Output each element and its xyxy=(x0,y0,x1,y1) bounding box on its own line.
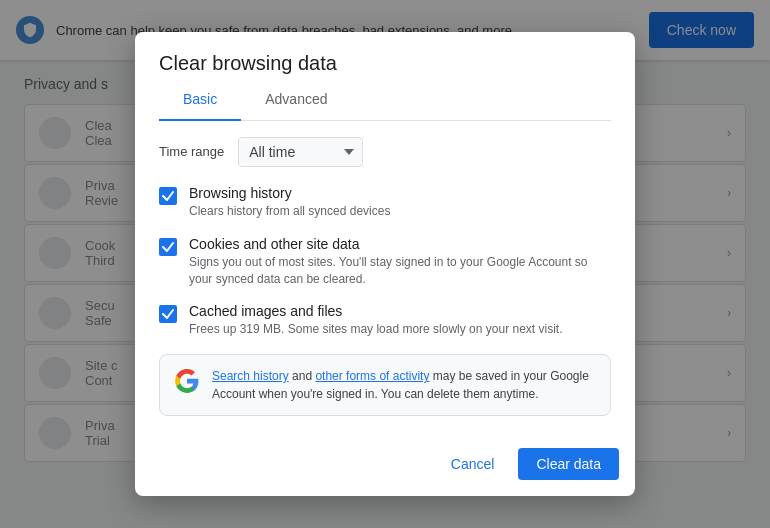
dialog-tabs: Basic Advanced xyxy=(159,79,611,121)
cached-images-label: Cached images and files xyxy=(189,303,611,319)
checkbox-browsing-history-input[interactable] xyxy=(159,187,177,205)
time-range-row: Time range All time Last hour Last 24 ho… xyxy=(159,137,611,167)
google-info-text1: and xyxy=(289,369,316,383)
cookies-desc: Signs you out of most sites. You'll stay… xyxy=(189,254,611,288)
google-info-box: Search history and other forms of activi… xyxy=(159,354,611,416)
cancel-button[interactable]: Cancel xyxy=(435,448,511,480)
cached-images-desc: Frees up 319 MB. Some sites may load mor… xyxy=(189,321,611,338)
clear-data-button[interactable]: Clear data xyxy=(518,448,619,480)
checkbox-cached-images: Cached images and files Frees up 319 MB.… xyxy=(159,303,611,338)
google-logo xyxy=(174,368,200,394)
checkbox-cookies: Cookies and other site data Signs you ou… xyxy=(159,236,611,288)
browsing-history-label: Browsing history xyxy=(189,185,611,201)
modal-backdrop: Clear browsing data Basic Advanced Time … xyxy=(0,0,770,528)
search-history-link[interactable]: Search history xyxy=(212,369,289,383)
time-range-label: Time range xyxy=(159,144,224,159)
tab-advanced[interactable]: Advanced xyxy=(241,79,351,121)
browsing-history-desc: Clears history from all synced devices xyxy=(189,203,611,220)
time-range-select[interactable]: All time Last hour Last 24 hours Last 7 … xyxy=(238,137,363,167)
checkbox-cookies-input[interactable] xyxy=(159,238,177,256)
dialog-header: Clear browsing data Basic Advanced xyxy=(135,32,635,121)
checkbox-cached-images-input[interactable] xyxy=(159,305,177,323)
checkbox-browsing-history: Browsing history Clears history from all… xyxy=(159,185,611,220)
other-activity-link[interactable]: other forms of activity xyxy=(315,369,429,383)
tab-basic[interactable]: Basic xyxy=(159,79,241,121)
dialog-footer: Cancel Clear data xyxy=(135,440,635,496)
dialog-body: Time range All time Last hour Last 24 ho… xyxy=(135,121,635,440)
dialog-title: Clear browsing data xyxy=(159,52,611,75)
google-info-text: Search history and other forms of activi… xyxy=(212,367,596,403)
cookies-label: Cookies and other site data xyxy=(189,236,611,252)
clear-browsing-data-dialog: Clear browsing data Basic Advanced Time … xyxy=(135,32,635,496)
